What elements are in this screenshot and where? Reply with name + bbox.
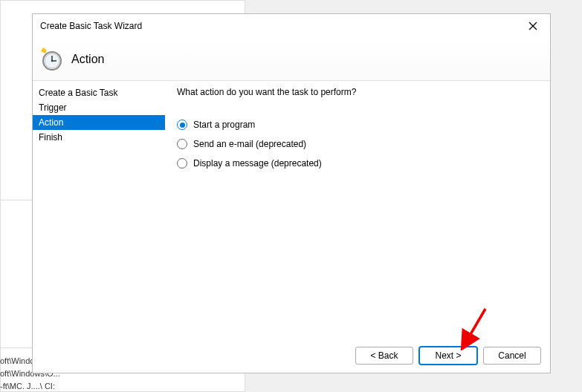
dialog-title: Create Basic Task Wizard xyxy=(40,21,142,31)
cancel-button[interactable]: Cancel xyxy=(483,347,541,365)
radio-option-send-email[interactable]: Send an e-mail (deprecated) xyxy=(177,139,538,149)
back-button[interactable]: < Back xyxy=(355,347,413,365)
radio-label: Start a program xyxy=(193,120,255,130)
radio-label: Display a message (deprecated) xyxy=(193,158,322,169)
radio-icon xyxy=(177,139,187,149)
radio-label: Send an e-mail (deprecated) xyxy=(193,139,306,149)
action-prompt: What action do you want the task to perf… xyxy=(177,87,538,97)
radio-option-start-program[interactable]: Start a program xyxy=(177,120,538,130)
background-path-text: -ft\MC. J....\ CI: xyxy=(0,382,55,391)
sidebar-item-action[interactable]: Action xyxy=(33,115,165,130)
close-button[interactable] xyxy=(523,16,543,36)
wizard-content: What action do you want the task to perf… xyxy=(165,81,550,339)
close-icon xyxy=(528,22,537,30)
wizard-steps-sidebar: Create a Basic Task Trigger Action Finis… xyxy=(33,81,165,339)
wizard-dialog: Create Basic Task Wizard Action Create a… xyxy=(32,13,551,373)
next-button[interactable]: Next > xyxy=(419,347,477,365)
svg-point-7 xyxy=(51,59,53,61)
sidebar-item-finish[interactable]: Finish xyxy=(33,130,165,145)
radio-icon xyxy=(177,158,187,169)
dialog-footer: < Back Next > Cancel xyxy=(33,339,550,373)
dialog-body: Create a Basic Task Trigger Action Finis… xyxy=(33,81,550,339)
action-radio-group: Start a program Send an e-mail (deprecat… xyxy=(177,120,538,169)
background-path-text: oft\Windc xyxy=(0,356,34,365)
sidebar-item-trigger[interactable]: Trigger xyxy=(33,100,165,115)
radio-option-display-message[interactable]: Display a message (deprecated) xyxy=(177,158,538,169)
sidebar-item-create-basic-task[interactable]: Create a Basic Task xyxy=(33,85,165,100)
radio-icon xyxy=(177,120,187,130)
clock-task-icon xyxy=(39,48,62,71)
svg-marker-2 xyxy=(41,48,47,53)
dialog-titlebar: Create Basic Task Wizard xyxy=(33,14,550,38)
dialog-header: Action xyxy=(33,38,550,81)
dialog-header-title: Action xyxy=(71,53,104,66)
